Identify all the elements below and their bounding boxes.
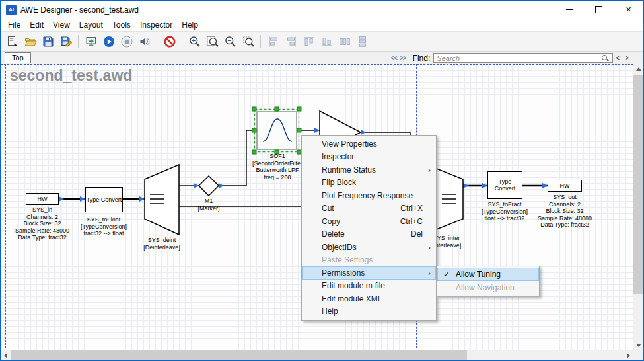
zoom-in-icon — [188, 35, 201, 48]
find-back-button[interactable]: << — [390, 54, 397, 61]
no-tuning-button[interactable] — [161, 33, 178, 50]
block-sys-out[interactable]: HW — [548, 180, 582, 192]
search-input[interactable] — [433, 53, 613, 63]
submenu-item-allow-tuning[interactable]: ✓Allow Tuning — [437, 268, 539, 281]
menu-item-label: Edit module XML — [322, 294, 382, 303]
tab-row: Top << >> Find: < > — [1, 52, 643, 64]
toolbar-separator — [260, 35, 261, 48]
align-top-button[interactable] — [301, 33, 317, 50]
block-sys-in[interactable]: HW — [26, 193, 59, 205]
menu-bar: File Edit View Layout Tools Inspector He… — [1, 19, 643, 31]
zoom-fit-button[interactable] — [204, 33, 221, 50]
vertical-scrollbar[interactable] — [633, 64, 643, 350]
zoom-region-icon — [242, 35, 255, 48]
zoom-out-button[interactable] — [222, 33, 238, 50]
connector-arrow-icon — [314, 128, 320, 133]
open-button[interactable] — [22, 33, 38, 50]
align-right-button[interactable] — [283, 33, 299, 50]
stop-button[interactable] — [118, 33, 135, 50]
menu-item-runtime-status[interactable]: Runtime Status› — [302, 163, 436, 177]
block-sys-tofract[interactable]: Type Convert — [487, 171, 522, 199]
zoom-region-button[interactable] — [240, 33, 256, 50]
vertical-scroll-thumb[interactable] — [633, 75, 643, 294]
menu-item-label: View Properties — [322, 140, 377, 149]
tab-top[interactable]: Top — [5, 52, 31, 63]
menu-item-flip-block[interactable]: Flip Block — [302, 177, 436, 190]
block-sys-deint[interactable] — [145, 165, 179, 235]
new-design-button[interactable] — [4, 33, 20, 50]
menu-item-view-properties[interactable]: View Properties — [302, 138, 436, 151]
save-button[interactable] — [40, 33, 56, 50]
menu-item-delete[interactable]: DeleteDel — [302, 228, 436, 241]
propagate-to-target-icon — [85, 35, 98, 48]
block-sof1[interactable] — [252, 107, 301, 154]
align-left-button[interactable] — [265, 33, 281, 50]
align-top-icon — [303, 35, 316, 48]
menu-tools[interactable]: Tools — [108, 19, 135, 31]
distribute-horizontal-button[interactable] — [336, 33, 353, 50]
scroll-left-button[interactable] — [1, 350, 11, 360]
menu-inspector[interactable]: Inspector — [135, 19, 177, 31]
scroll-right-button[interactable] — [624, 350, 633, 360]
menu-item-label: Edit module m-file — [322, 281, 385, 290]
scroll-down-button[interactable] — [633, 341, 643, 350]
minimize-button[interactable] — [554, 1, 584, 19]
submenu-arrow-icon: › — [428, 269, 431, 277]
label-sof1: SOF1[SecondOrderFilterButterworth LPFfre… — [252, 153, 303, 180]
save-as-button[interactable] — [57, 33, 74, 50]
horizontal-scrollbar[interactable] — [1, 350, 633, 360]
label-m1: M1[Marker] — [197, 198, 219, 212]
scrollbar-corner — [633, 350, 643, 360]
horizontal-scroll-thumb[interactable] — [11, 350, 467, 360]
block-sys-tofloat[interactable]: Type Convert — [85, 187, 123, 212]
label-sys-in: SYS_inChannels: 2Block Size: 32Sample Ra… — [15, 206, 69, 241]
zoom-in-button[interactable] — [186, 33, 203, 50]
connector-arrow-icon — [59, 196, 64, 202]
menu-item-edit-module-xml[interactable]: Edit module XML — [302, 292, 436, 305]
submenu-item-allow-navigation: Allow Navigation — [437, 281, 539, 294]
scroll-up-button[interactable] — [633, 64, 643, 74]
find-forward-button[interactable]: >> — [400, 54, 406, 61]
find-prev-button[interactable]: < — [613, 54, 622, 61]
menu-item-permissions[interactable]: Permissions› — [302, 266, 436, 280]
menu-item-label: Allow Tuning — [456, 270, 501, 279]
menu-item-objectids[interactable]: ObjectIDs› — [302, 241, 436, 254]
menu-item-copy[interactable]: CopyCtrl+C — [302, 215, 436, 228]
zoom-fit-icon — [206, 35, 219, 48]
menu-item-edit-module-m-file[interactable]: Edit module m-file — [302, 280, 436, 293]
menu-item-inspector[interactable]: Inspector — [302, 151, 436, 164]
align-right-icon — [285, 35, 298, 48]
menu-item-label: Delete — [322, 229, 345, 239]
toolbar-separator — [78, 35, 79, 48]
propagate-button[interactable] — [83, 33, 99, 50]
shortcut-label: Del — [411, 229, 423, 239]
app-icon: AI — [6, 5, 17, 15]
menu-item-label: Flip Block — [322, 178, 356, 187]
menu-item-plot-frequency-response[interactable]: Plot Frequency Response — [302, 189, 436, 202]
block-type-label: Type Convert — [87, 196, 122, 203]
block-m1-marker[interactable] — [199, 176, 219, 196]
minimize-icon — [566, 9, 573, 10]
find-label: Find: — [413, 54, 431, 63]
run-button[interactable] — [100, 33, 117, 50]
find-next-button[interactable]: > — [622, 54, 631, 61]
search-icon[interactable] — [602, 55, 607, 60]
distribute-vertical-button[interactable] — [354, 33, 371, 50]
close-button[interactable]: ✕ — [614, 1, 643, 19]
menu-file[interactable]: File — [3, 19, 25, 31]
menu-item-label: Permissions — [322, 268, 365, 278]
menu-item-label: Paste Settings — [322, 255, 373, 264]
audio-config-button[interactable] — [136, 33, 153, 50]
check-icon: ✓ — [443, 270, 450, 279]
align-bottom-button[interactable] — [318, 33, 335, 50]
menu-item-help[interactable]: Help — [302, 305, 436, 319]
menu-view[interactable]: View — [48, 19, 75, 31]
audio-config-icon — [138, 35, 151, 48]
menu-edit[interactable]: Edit — [25, 19, 48, 31]
title-bar: AI AWE Designer - second_test.awd ✕ — [1, 1, 643, 19]
menu-layout[interactable]: Layout — [75, 19, 108, 31]
menu-item-cut[interactable]: CutCtrl+X — [302, 202, 436, 216]
menu-help[interactable]: Help — [177, 19, 203, 31]
connector-arrow-icon — [80, 196, 85, 202]
maximize-button[interactable] — [584, 1, 614, 19]
